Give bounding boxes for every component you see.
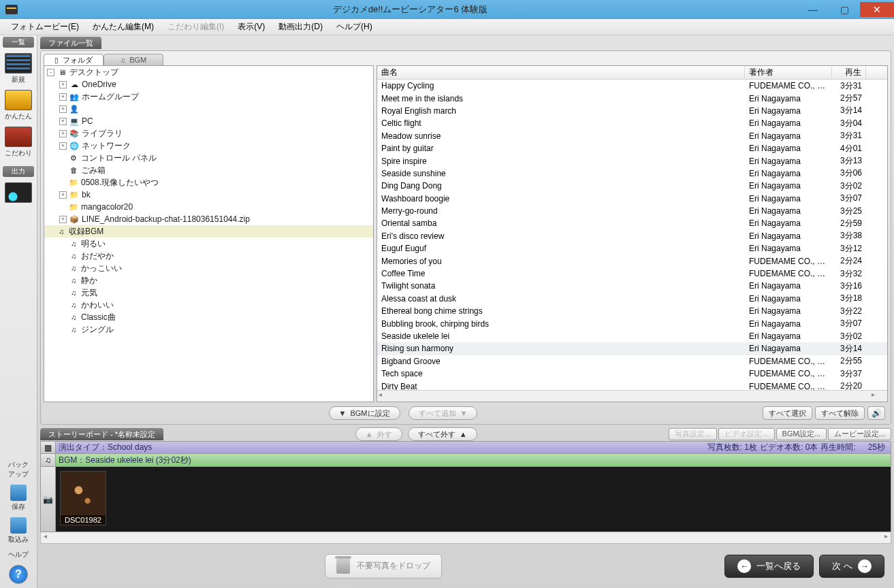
list-row[interactable]: Meadow sunriseEri Nagayama3分31 xyxy=(377,130,887,142)
tree-node[interactable]: 📁mangacolor20 xyxy=(44,201,373,213)
grid-icon[interactable]: ▦ xyxy=(41,442,56,453)
header-play[interactable]: 再生 xyxy=(832,67,866,78)
rail-save-button[interactable]: 保存 xyxy=(4,485,33,512)
tree-node[interactable]: ♫かわいい xyxy=(44,299,373,311)
tree-node[interactable]: +📦LINE_Android-backup-chat-118036151044.… xyxy=(44,213,373,225)
rail-new-button[interactable]: 新規 xyxy=(4,53,33,84)
list-row[interactable]: Meet me in the islandsEri Nagayama2分57 xyxy=(377,92,887,104)
list-row[interactable]: Royal English marchEri Nagayama3分14 xyxy=(377,105,887,117)
thumbnail[interactable]: DSC01982 xyxy=(60,471,106,525)
arrow-right-icon: → xyxy=(858,559,872,573)
tree-node[interactable]: ♫元気 xyxy=(44,287,373,299)
rail-backup-button[interactable]: バック アップ xyxy=(4,460,33,479)
list-row[interactable]: Memories of youFUDEMAME CO., L...2分24 xyxy=(377,255,887,267)
photo-settings-button[interactable]: 写真設定... xyxy=(669,428,717,440)
document-icon: ▯ xyxy=(54,56,59,64)
rail-output-button[interactable] xyxy=(4,182,33,204)
list-row[interactable]: Paint by guitarEri Nagayama4分01 xyxy=(377,142,887,154)
list-row[interactable]: Coffee TimeFUDEMAME CO., L...3分32 xyxy=(377,267,887,280)
deselect-all-button[interactable]: すべて解除 xyxy=(815,406,865,420)
tree-node[interactable]: +👥ホームグループ xyxy=(44,91,373,103)
tree-node[interactable]: ♫収録BGM xyxy=(44,225,373,238)
tree-node[interactable]: ⚙コントロール パネル xyxy=(44,152,373,164)
list-row[interactable]: Alessa coast at duskEri Nagayama3分18 xyxy=(377,293,887,305)
list-row[interactable]: Bigband GrooveFUDEMAME CO., L...2分55 xyxy=(377,355,887,368)
camera-icon[interactable]: 📷 xyxy=(41,467,56,532)
menu-help[interactable]: ヘルプ(H) xyxy=(330,21,379,33)
next-button[interactable]: 次 へ→ xyxy=(819,555,884,578)
tree-node[interactable]: 📁0508.現像したいやつ xyxy=(44,176,373,189)
tree-node[interactable]: ♫かっこいい xyxy=(44,262,373,274)
list-row[interactable]: Twilight sonataEri Nagayama3分16 xyxy=(377,280,887,292)
note-icon[interactable]: ♫ xyxy=(41,454,56,466)
thumbnail-caption: DSC01982 xyxy=(61,515,106,525)
file-list-tab[interactable]: ファイル一覧 xyxy=(40,37,101,49)
arrow-left-icon: ← xyxy=(737,559,751,573)
list-row[interactable]: Dirty BeatFUDEMAME CO., L...2分20 xyxy=(377,380,887,390)
song-list[interactable]: 曲名 著作者 再生 Happy CyclingFUDEMAME CO., L..… xyxy=(377,65,888,402)
list-row[interactable]: Seaside ukelele leiEri Nagayama3分02 xyxy=(377,330,887,342)
list-row[interactable]: Eri's disco reviewEri Nagayama3分38 xyxy=(377,230,887,242)
header-author[interactable]: 著作者 xyxy=(745,67,832,78)
list-row[interactable]: Ding Dang DongEri Nagayama3分02 xyxy=(377,180,887,192)
list-row[interactable]: Tech spaceFUDEMAME CO., L...3分37 xyxy=(377,368,887,380)
rail-output-header: 出力 xyxy=(3,166,34,177)
drop-hint[interactable]: 不要写真をドロップ xyxy=(325,554,442,578)
list-row[interactable]: Merry-go-roundEri Nagayama3分25 xyxy=(377,205,887,217)
list-row[interactable]: Bubbling brook, chirping birdsEri Nagaya… xyxy=(377,317,887,329)
menu-view[interactable]: 表示(V) xyxy=(231,21,272,33)
strip-h-scrollbar[interactable] xyxy=(40,532,891,544)
tree-node[interactable]: 🗑ごみ箱 xyxy=(44,164,373,176)
select-all-button[interactable]: すべて選択 xyxy=(763,406,812,420)
folder-tree[interactable]: -🖥デスクトップ+☁OneDrive+👥ホームグループ+👤 +💻PC+📚ライブラ… xyxy=(44,65,374,402)
menu-output[interactable]: 動画出力(D) xyxy=(272,21,330,33)
menu-photomovie[interactable]: フォトムービー(E) xyxy=(4,21,86,33)
storyboard-tab[interactable]: ストーリーボード - *名称未設定 xyxy=(40,428,163,440)
tree-node[interactable]: ♫ジングル xyxy=(44,323,373,336)
rail-kodawari-button[interactable]: こだわり xyxy=(4,127,33,158)
remove-button[interactable]: ▲ 外す xyxy=(355,427,402,441)
list-row[interactable]: Celtic flightEri Nagayama3分04 xyxy=(377,117,887,129)
tree-node[interactable]: ♫明るい xyxy=(44,238,373,250)
speaker-button[interactable]: 🔊 xyxy=(867,406,885,420)
add-all-button[interactable]: すべて追加 ▼ xyxy=(409,406,478,420)
rail-kantan-button[interactable]: かんたん xyxy=(4,90,33,121)
header-title[interactable]: 曲名 xyxy=(377,67,745,78)
tab-bgm[interactable]: ♫BGM xyxy=(103,54,163,66)
rail-load-button[interactable]: 取込み xyxy=(4,517,33,544)
left-rail: 一覧 新規 かんたん こだわり 出力 バック アップ 保存 取込み ヘルプ ? xyxy=(0,35,37,588)
list-row[interactable]: Washboard boogieEri Nagayama3分07 xyxy=(377,193,887,205)
list-row[interactable]: Oriental sambaEri Nagayama2分59 xyxy=(377,217,887,229)
menu-kodawari-edit[interactable]: こだわり編集(I) xyxy=(161,21,231,33)
list-row[interactable]: Seaside sunshineEri Nagayama3分06 xyxy=(377,167,887,180)
tree-node[interactable]: ♫Classic曲 xyxy=(44,311,373,323)
bgm-settings-button[interactable]: BGM設定... xyxy=(776,428,827,440)
tree-node[interactable]: +💻PC xyxy=(44,115,373,127)
tree-node[interactable]: +☁OneDrive xyxy=(44,78,373,91)
maximize-button[interactable]: ▢ xyxy=(829,2,860,17)
remove-all-button[interactable]: すべて外す ▲ xyxy=(408,427,477,441)
list-row[interactable]: Happy CyclingFUDEMAME CO., L...3分31 xyxy=(377,80,887,92)
list-row[interactable]: Euguf EugufEri Nagayama3分12 xyxy=(377,242,887,255)
tree-node[interactable]: +📚ライブラリ xyxy=(44,127,373,140)
close-button[interactable]: ✕ xyxy=(860,2,894,17)
help-icon[interactable]: ? xyxy=(9,565,28,584)
set-bgm-button[interactable]: ▼ BGMに設定 xyxy=(329,406,400,420)
back-to-list-button[interactable]: ←一覧へ戻る xyxy=(724,555,814,578)
tree-node[interactable]: ♫静か xyxy=(44,274,373,287)
tree-node[interactable]: -🖥デスクトップ xyxy=(44,66,373,78)
tab-folder[interactable]: ▯フォルダ xyxy=(44,54,103,66)
list-row[interactable]: Ethereal bong chime stringsEri Nagayama3… xyxy=(377,305,887,317)
list-row[interactable]: Rising sun harmonyEri Nagayama3分14 xyxy=(377,342,887,355)
tree-node[interactable]: +📁bk xyxy=(44,189,373,201)
tree-node[interactable]: +👤 xyxy=(44,103,373,115)
tree-node[interactable]: ♫おだやか xyxy=(44,250,373,262)
tree-node[interactable]: +🌐ネットワーク xyxy=(44,140,373,152)
movie-settings-button[interactable]: ムービー設定... xyxy=(828,428,891,440)
rail-list-header: 一覧 xyxy=(3,37,34,48)
list-row[interactable]: Spire inspireEri Nagayama3分13 xyxy=(377,154,887,167)
menu-kantan-edit[interactable]: かんたん編集(M) xyxy=(86,21,161,33)
list-h-scrollbar[interactable] xyxy=(377,390,887,402)
minimize-button[interactable]: — xyxy=(797,2,829,17)
video-settings-button[interactable]: ビデオ設定... xyxy=(718,428,774,440)
